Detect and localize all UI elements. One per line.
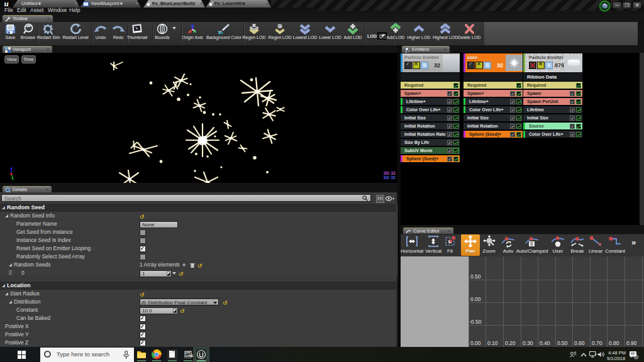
svg-text:6: 6 <box>635 355 637 359</box>
